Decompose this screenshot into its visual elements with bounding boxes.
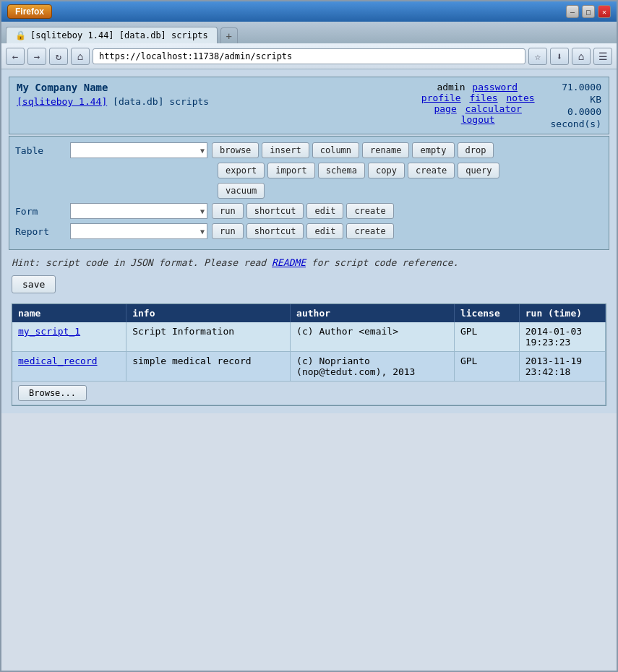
form-select[interactable] — [70, 203, 207, 219]
copy-button[interactable]: copy — [368, 163, 405, 178]
col-license: license — [454, 304, 519, 322]
report-run-button[interactable]: run — [212, 223, 244, 239]
page-link[interactable]: page — [434, 103, 456, 114]
time-unit: second(s) — [551, 119, 601, 129]
size-unit: KB — [590, 94, 601, 105]
notes-link[interactable]: notes — [506, 92, 534, 103]
title-bar-left: Firefox — [7, 4, 52, 19]
insert-button[interactable]: insert — [262, 142, 309, 158]
report-select[interactable] — [70, 223, 207, 239]
browse-file-row: Browse... — [12, 382, 606, 405]
rename-button[interactable]: rename — [362, 142, 409, 158]
header-right: admin password profile files notes page … — [420, 82, 601, 129]
table-control-row-3: vacuum — [15, 183, 603, 199]
report-edit-button[interactable]: edit — [306, 223, 343, 239]
active-tab[interactable]: 🔒 [sqliteboy 1.44] [data.db] scripts — [6, 27, 218, 43]
hint-after: for script code reference. — [306, 257, 458, 268]
report-shortcut-button[interactable]: shortcut — [246, 223, 304, 239]
logout-link[interactable]: logout — [461, 114, 495, 125]
table-btn-group: browse insert column rename empty drop — [212, 142, 494, 158]
schema-button[interactable]: schema — [318, 163, 365, 178]
password-link[interactable]: password — [472, 82, 518, 92]
header-stats: 71.0000 KB 0.0000 second(s) — [551, 82, 601, 129]
size-value: 71.0000 — [562, 82, 601, 92]
table-control-row-2: export import schema copy create query — [15, 163, 603, 178]
files-link[interactable]: files — [469, 92, 497, 103]
table-select[interactable] — [70, 142, 207, 158]
calculator-link[interactable]: calculator — [465, 103, 522, 114]
form-label: Form — [15, 206, 66, 217]
window-controls: — □ ✕ — [566, 5, 611, 18]
refresh-button[interactable]: ↻ — [49, 48, 68, 65]
report-create-button[interactable]: create — [346, 223, 393, 239]
create-table-button[interactable]: create — [408, 163, 455, 178]
form-edit-button[interactable]: edit — [306, 203, 343, 219]
company-name: My Company Name — [17, 82, 209, 93]
row2-author: (c) Noprianto(nop@tedut.com), 2013 — [291, 352, 455, 382]
firefox-menu-button[interactable]: Firefox — [7, 4, 52, 19]
app-header: My Company Name [sqliteboy 1.44] [data.d… — [9, 77, 609, 134]
browse-button[interactable]: browse — [212, 142, 259, 158]
form-select-wrap: ▼ — [70, 203, 207, 219]
admin-text: admin — [437, 82, 465, 92]
bookmark-button[interactable]: ☆ — [528, 48, 547, 65]
menu-button[interactable]: ☰ — [593, 48, 612, 65]
table-row: medical_record simple medical record (c)… — [12, 352, 606, 382]
column-button[interactable]: column — [312, 142, 359, 158]
table-label: Table — [15, 145, 66, 156]
table-control-row: Table ▼ browse insert column rename empt… — [15, 142, 603, 158]
hint-text: Hint: script code in JSON format. Please… — [12, 257, 606, 268]
time-value: 0.0000 — [567, 106, 601, 117]
table-btn-group-2: export import schema copy create query — [218, 163, 499, 178]
scripts-table-wrap: name info author license run (time) my_s… — [12, 303, 606, 406]
col-run-time: run (time) — [519, 304, 605, 322]
close-button[interactable]: ✕ — [598, 5, 611, 18]
table-select-wrap: ▼ — [70, 142, 207, 158]
minimize-button[interactable]: — — [566, 5, 579, 18]
readme-link[interactable]: README — [272, 257, 306, 268]
url-bar[interactable] — [93, 48, 525, 64]
form-run-button[interactable]: run — [212, 203, 244, 219]
tab-bar: 🔒 [sqliteboy 1.44] [data.db] scripts + — [1, 22, 617, 43]
new-tab-button[interactable]: + — [220, 27, 238, 43]
col-author: author — [291, 304, 455, 322]
script2-link[interactable]: medical_record — [18, 356, 98, 366]
empty-button[interactable]: empty — [412, 142, 454, 158]
form-shortcut-button[interactable]: shortcut — [246, 203, 304, 219]
report-control-row: Report ▼ run shortcut edit create — [15, 223, 603, 239]
drop-button[interactable]: drop — [458, 142, 494, 158]
db-scripts-label: [data.db] scripts — [113, 96, 209, 107]
back-button[interactable]: ← — [6, 48, 25, 65]
form-create-button[interactable]: create — [346, 203, 393, 219]
row2-runtime: 2013-11-1923:42:18 — [519, 352, 605, 382]
controls-panel: Table ▼ browse insert column rename empt… — [9, 136, 609, 250]
report-btn-group: run shortcut edit create — [212, 223, 394, 239]
query-button[interactable]: query — [458, 163, 499, 178]
col-info: info — [126, 304, 291, 322]
table-header-row: name info author license run (time) — [12, 304, 606, 322]
hint-before: Hint: script code in JSON format. Please… — [12, 257, 272, 268]
maximize-button[interactable]: □ — [582, 5, 595, 18]
profile-link[interactable]: profile — [421, 92, 461, 103]
scripts-table: name info author license run (time) my_s… — [12, 304, 606, 405]
save-button[interactable]: save — [12, 275, 56, 293]
form-control-row: Form ▼ run shortcut edit create — [15, 203, 603, 219]
import-button[interactable]: import — [267, 163, 314, 178]
nav-bar: ← → ↻ ⌂ ☆ ⬇ ⌂ ☰ — [1, 43, 617, 69]
col-name: name — [12, 304, 126, 322]
home-button[interactable]: ⌂ — [71, 48, 90, 65]
report-select-wrap: ▼ — [70, 223, 207, 239]
row1-name: my_script_1 — [12, 322, 126, 352]
home2-button[interactable]: ⌂ — [572, 48, 591, 65]
browse-file-button[interactable]: Browse... — [18, 385, 87, 401]
tab-icon: 🔒 — [15, 30, 26, 40]
sqliteboy-link[interactable]: [sqliteboy 1.44] — [17, 96, 107, 107]
export-button[interactable]: export — [218, 163, 265, 178]
download-button[interactable]: ⬇ — [550, 48, 569, 65]
app-title-area: My Company Name [sqliteboy 1.44] [data.d… — [17, 82, 209, 107]
vacuum-button[interactable]: vacuum — [218, 183, 265, 199]
script1-link[interactable]: my_script_1 — [18, 326, 80, 337]
page-content: My Company Name [sqliteboy 1.44] [data.d… — [1, 69, 617, 413]
forward-button[interactable]: → — [27, 48, 46, 65]
form-btn-group: run shortcut edit create — [212, 203, 394, 219]
